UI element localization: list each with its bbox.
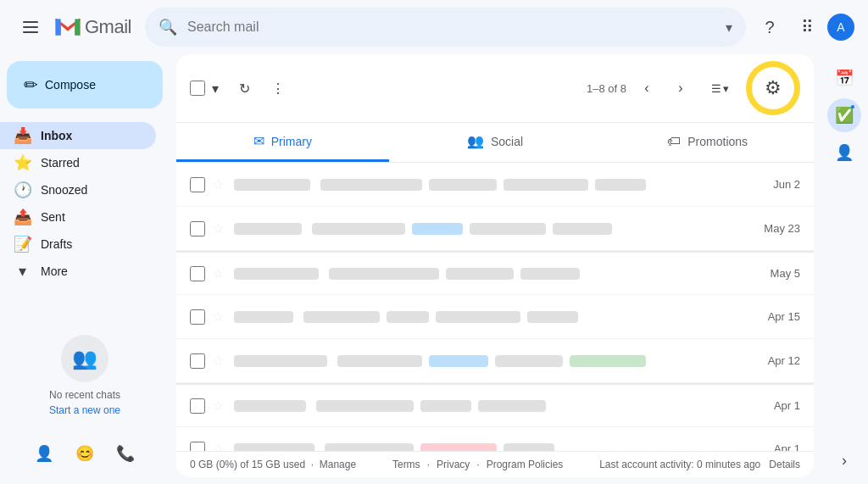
- row-star[interactable]: ☆: [212, 265, 224, 281]
- sidebar-item-label: Snoozed: [41, 183, 146, 197]
- row-checkbox[interactable]: [190, 177, 205, 192]
- help-button[interactable]: ?: [753, 10, 787, 44]
- sidebar-item-starred[interactable]: ⭐ Starred: [0, 149, 156, 176]
- svg-rect-2: [75, 19, 80, 35]
- row-star[interactable]: ☆: [212, 309, 224, 325]
- sent-icon: 📤: [14, 208, 31, 226]
- manage-link[interactable]: Manage: [320, 459, 356, 470]
- row-snippet-segment: [429, 355, 488, 367]
- policies-link[interactable]: Program Policies: [487, 459, 564, 470]
- settings-highlight-circle: ⚙: [746, 61, 800, 115]
- row-snippet-segment: [420, 443, 497, 452]
- row-checkbox[interactable]: [190, 266, 205, 281]
- row-snippet-segment: [527, 311, 578, 323]
- row-checkbox[interactable]: [190, 442, 205, 452]
- tab-social[interactable]: 👥 Social: [389, 123, 602, 162]
- sidebar-bottom-icons: 👤 😊 📞: [0, 430, 170, 477]
- row-star[interactable]: ☆: [212, 220, 224, 236]
- sidebar-item-sent[interactable]: 📤 Sent: [0, 203, 156, 231]
- email-footer: 0 GB (0%) of 15 GB used · Manage Terms ·…: [176, 451, 814, 477]
- row-star[interactable]: ☆: [212, 353, 224, 369]
- chat-empty-text: No recent chats: [49, 389, 120, 401]
- social-tab-icon: 👥: [467, 133, 484, 149]
- tab-promotions[interactable]: 🏷 Promotions: [601, 123, 814, 162]
- email-row[interactable]: ☆May 5: [176, 251, 814, 295]
- hamburger-icon: [23, 21, 38, 33]
- row-star[interactable]: ☆: [212, 441, 224, 451]
- density-dropdown-icon: ▾: [723, 82, 729, 95]
- rail-contacts-button[interactable]: 👤: [827, 136, 861, 170]
- pagination-text: 1–8 of 8: [587, 82, 626, 95]
- terms-link[interactable]: Terms: [392, 459, 420, 470]
- sidebar-item-label: Inbox: [41, 129, 146, 142]
- email-row[interactable]: ☆Apr 1: [176, 383, 814, 427]
- select-all-checkbox[interactable]: [190, 81, 205, 96]
- row-checkbox[interactable]: [190, 398, 205, 414]
- email-row[interactable]: ☆Apr 12: [176, 339, 814, 383]
- compose-button[interactable]: ✏ Compose: [7, 61, 163, 108]
- row-content: [234, 268, 743, 280]
- start-new-chat-link[interactable]: Start a new one: [49, 404, 120, 416]
- row-date: Apr 1: [749, 442, 800, 451]
- menu-button[interactable]: [14, 10, 47, 44]
- sidebar-item-more[interactable]: ▾ More: [0, 258, 156, 285]
- row-checkbox[interactable]: [190, 309, 205, 325]
- row-snippet-segment: [412, 223, 463, 235]
- row-body: [329, 268, 743, 280]
- previous-page-button[interactable]: ‹: [633, 75, 660, 102]
- starred-icon: ⭐: [14, 153, 31, 172]
- avatar[interactable]: A: [827, 14, 854, 41]
- select-all-control: ▾: [190, 75, 224, 102]
- new-chat-button[interactable]: 👤: [27, 437, 61, 470]
- tab-primary-label: Primary: [271, 135, 312, 148]
- row-snippet-segment: [520, 268, 580, 280]
- tab-social-label: Social: [491, 135, 523, 148]
- email-row[interactable]: ☆Apr 15: [176, 295, 814, 339]
- sidebar-item-inbox[interactable]: 📥 Inbox: [0, 122, 156, 149]
- row-star[interactable]: ☆: [212, 176, 224, 192]
- search-input[interactable]: [187, 19, 715, 35]
- footer-center: Terms · Privacy · Program Policies: [392, 459, 563, 470]
- sidebar-item-snoozed[interactable]: 🕐 Snoozed: [0, 176, 156, 203]
- gmail-m-icon: [54, 17, 81, 37]
- rail-tasks-button[interactable]: ✅: [827, 98, 861, 132]
- row-subject: [337, 355, 422, 367]
- email-row[interactable]: ☆Apr 1: [176, 427, 814, 451]
- row-snippet-segment: [504, 443, 554, 452]
- row-star[interactable]: ☆: [212, 398, 224, 414]
- row-checkbox[interactable]: [190, 353, 205, 369]
- chat-avatar-icon: 👥: [61, 335, 108, 382]
- privacy-link[interactable]: Privacy: [437, 459, 470, 470]
- row-subject: [329, 268, 439, 280]
- more-icon: ▾: [14, 262, 31, 281]
- refresh-button[interactable]: ↻: [231, 75, 258, 102]
- search-dropdown-icon[interactable]: ▾: [726, 19, 732, 36]
- row-snippet-segment: [436, 311, 520, 323]
- next-page-button[interactable]: ›: [667, 75, 694, 102]
- more-options-button[interactable]: ⋮: [264, 75, 292, 102]
- row-sender: [234, 223, 302, 235]
- emoji-button[interactable]: 😊: [68, 437, 102, 470]
- email-toolbar: ▾ ↻ ⋮ 1–8 of 8 ‹ › ☰ ▾ ⚙: [176, 54, 814, 123]
- rail-calendar-button[interactable]: 📅: [827, 61, 861, 95]
- details-link[interactable]: Details: [769, 459, 800, 470]
- sidebar-item-drafts[interactable]: 📝 Drafts: [0, 231, 156, 258]
- tab-primary[interactable]: ✉ Primary: [176, 123, 389, 162]
- rail-active-indicator: [851, 105, 854, 108]
- phone-button[interactable]: 📞: [108, 437, 142, 470]
- email-row[interactable]: ☆May 23: [176, 207, 814, 251]
- row-date: May 23: [749, 222, 800, 235]
- row-subject: [316, 400, 414, 412]
- footer-left: 0 GB (0%) of 15 GB used · Manage: [190, 459, 356, 470]
- email-row[interactable]: ☆Jun 2: [176, 163, 814, 207]
- promotions-tab-icon: 🏷: [667, 134, 681, 149]
- row-checkbox[interactable]: [190, 221, 205, 236]
- settings-button[interactable]: ⚙: [752, 67, 794, 109]
- density-button[interactable]: ☰ ▾: [704, 79, 736, 98]
- rail-expand-button[interactable]: ›: [827, 443, 861, 477]
- row-snippet-segment: [470, 223, 546, 235]
- density-icon: ☰: [711, 82, 721, 95]
- compose-label: Compose: [45, 78, 96, 92]
- apps-button[interactable]: ⠿: [790, 10, 824, 44]
- select-dropdown-button[interactable]: ▾: [207, 75, 224, 102]
